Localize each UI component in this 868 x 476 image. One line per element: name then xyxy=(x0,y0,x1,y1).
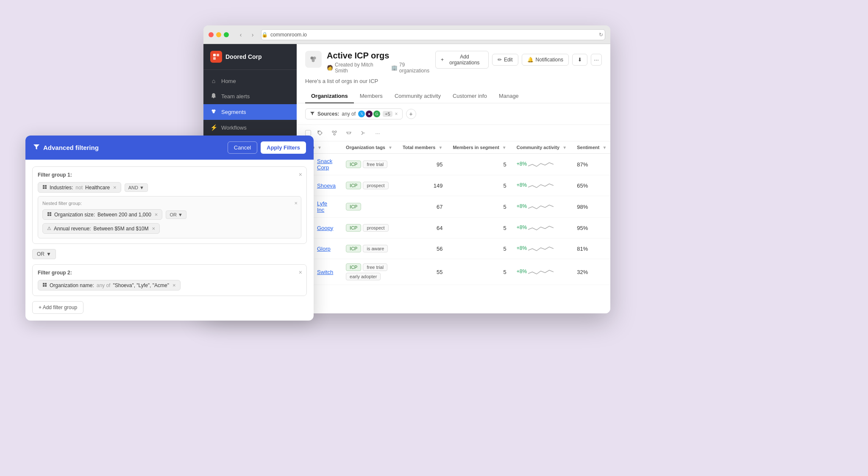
sentiment-sort-icon: ▼ xyxy=(602,145,606,150)
sidebar-item-segments[interactable]: Segments xyxy=(203,104,297,120)
svg-point-14 xyxy=(334,133,335,135)
tab-manage[interactable]: Manage xyxy=(493,89,525,103)
members-in-segment-cell: 5 xyxy=(448,238,511,259)
org-name[interactable]: Glorp xyxy=(317,246,331,252)
org-size-chip-icon xyxy=(47,212,52,217)
sidebar-item-team-alerts[interactable]: Team alerts xyxy=(203,89,297,104)
or-nested-operator-badge[interactable]: OR ▼ xyxy=(166,210,186,219)
apply-filters-button[interactable]: Apply Filters xyxy=(261,141,306,154)
and-operator-badge[interactable]: AND ▼ xyxy=(125,183,148,192)
activity-change: +8% xyxy=(517,224,527,230)
merge-toolbar-icon[interactable] xyxy=(358,127,369,138)
svg-rect-0 xyxy=(213,54,216,56)
more-toolbar-icon[interactable]: ··· xyxy=(372,127,383,138)
page-title-area: Active ICP orgs 🧑 Created by Mitch Smith… xyxy=(305,51,435,74)
advanced-filter-modal: Advanced filtering Cancel Apply Filters … xyxy=(25,136,314,321)
browser-chrome: ‹ › 🔒 commonroom.io ↻ xyxy=(203,25,610,44)
more-options-button[interactable]: ··· xyxy=(591,54,602,66)
col-members-in-segment[interactable]: Members in segment ▼ xyxy=(448,141,511,154)
col-community-activity[interactable]: Community activity ▼ xyxy=(512,141,572,154)
between-groups-operator[interactable]: OR ▼ xyxy=(32,249,56,259)
and-chevron-icon: ▼ xyxy=(139,185,144,190)
download-button[interactable]: ⬇ xyxy=(572,54,587,66)
col-total-members[interactable]: Total members ▼ xyxy=(398,141,448,154)
industries-qualifier: not xyxy=(75,185,83,191)
tab-members[interactable]: Members xyxy=(354,89,389,103)
sources-filter[interactable]: Sources: any of 𝕏 ● G +5 × xyxy=(305,108,403,119)
tag-toolbar-icon[interactable] xyxy=(314,127,326,138)
group-toolbar-icon[interactable] xyxy=(329,127,340,138)
industries-chip-close-icon[interactable]: × xyxy=(113,184,117,191)
org-size-close-icon[interactable]: × xyxy=(155,211,158,218)
org-name[interactable]: Switch xyxy=(317,269,333,275)
col-org-tags[interactable]: Organization tags ▼ xyxy=(341,141,398,154)
tag-badge: ICP xyxy=(346,263,361,271)
notifications-label: Notifications xyxy=(536,57,563,63)
org-name-filter-chip: Organization name: any of "Shoeva", "Lyf… xyxy=(38,280,181,291)
nested-group-close-icon[interactable]: × xyxy=(294,200,298,206)
sidebar-item-home[interactable]: ⌂ Home xyxy=(203,73,297,89)
community-activity-cell: +8% xyxy=(512,259,572,285)
main-content: Active ICP orgs 🧑 Created by Mitch Smith… xyxy=(297,44,610,313)
creator-avatar-icon: 🧑 xyxy=(327,65,333,71)
lock-icon: 🔒 xyxy=(262,32,268,38)
community-activity-cell: +8% xyxy=(512,175,572,196)
tag-badge: ICP xyxy=(346,182,361,189)
svg-rect-24 xyxy=(45,283,47,285)
edit-button[interactable]: ✏ Edit xyxy=(492,54,518,66)
brand-icon xyxy=(210,51,222,63)
tab-organizations[interactable]: Organizations xyxy=(305,89,354,103)
label-toolbar-icon[interactable] xyxy=(343,127,354,138)
tab-community-activity[interactable]: Community activity xyxy=(389,89,447,103)
add-filter-group-button[interactable]: + Add filter group xyxy=(32,301,83,314)
total-members-cell: 56 xyxy=(398,238,448,259)
add-filter-button[interactable]: + xyxy=(406,109,416,119)
filter-group-1: × Filter group 1: Industries: not Health… xyxy=(32,166,307,244)
sidebar-item-workflows[interactable]: ⚡ Workflows xyxy=(203,120,297,135)
filter-group-2: × Filter group 2: Organization name: any… xyxy=(32,264,307,296)
close-traffic-light[interactable] xyxy=(209,32,214,37)
filter-group-1-close-icon[interactable]: × xyxy=(299,171,302,178)
back-button[interactable]: ‹ xyxy=(236,30,246,40)
filter-group-2-close-icon[interactable]: × xyxy=(299,269,302,276)
minimize-traffic-light[interactable] xyxy=(216,32,221,37)
cancel-button[interactable]: Cancel xyxy=(228,141,257,154)
org-name-close-icon[interactable]: × xyxy=(172,282,176,288)
tab-customer-info[interactable]: Customer info xyxy=(447,89,493,103)
sentiment-cell: 81% xyxy=(572,238,610,259)
modal-title-area: Advanced filtering xyxy=(33,144,99,152)
svg-point-13 xyxy=(335,131,337,133)
page-title: Active ICP orgs xyxy=(327,51,435,61)
nested-filter-row: Organization size: Between 200 and 1,000… xyxy=(42,209,297,234)
tags-cell: ICPis aware xyxy=(346,245,392,252)
notifications-button[interactable]: 🔔 Notifications xyxy=(522,54,569,66)
forward-button[interactable]: › xyxy=(248,30,258,40)
org-name[interactable]: Snack Corp xyxy=(317,158,336,171)
org-name[interactable]: Lyfe Inc xyxy=(317,200,336,213)
org-count-label: 79 organizations xyxy=(399,62,435,74)
activity-change: +8% xyxy=(517,245,527,251)
tags-cell: ICPprospect xyxy=(346,224,392,232)
svg-rect-2 xyxy=(213,57,216,60)
svg-rect-15 xyxy=(43,185,45,187)
sources-close-icon[interactable]: × xyxy=(395,111,398,117)
filter-group-2-row: Organization name: any of "Shoeva", "Lyf… xyxy=(38,280,301,291)
svg-point-11 xyxy=(318,131,320,133)
add-organizations-button[interactable]: + Add organizations xyxy=(435,51,489,69)
maximize-traffic-light[interactable] xyxy=(224,32,229,37)
svg-rect-21 xyxy=(47,214,49,216)
org-name[interactable]: Goopy xyxy=(317,225,333,231)
members-in-segment-cell: 5 xyxy=(448,175,511,196)
total-members-cell: 67 xyxy=(398,196,448,218)
twitter-icon: 𝕏 xyxy=(358,111,365,117)
revenue-close-icon[interactable]: × xyxy=(152,225,156,232)
org-name[interactable]: Shoeva xyxy=(317,183,336,189)
select-all-checkbox[interactable] xyxy=(305,130,311,136)
table-row: 📦 Goopy ICPprospect645 +8% 95% xyxy=(297,218,610,238)
creator-label: Created by Mitch Smith xyxy=(335,62,386,74)
col-sentiment[interactable]: Sentiment ▼ xyxy=(572,141,610,154)
total-members-cell: 64 xyxy=(398,218,448,238)
sidebar-item-home-label: Home xyxy=(221,78,236,84)
activity-change: +8% xyxy=(517,268,527,274)
address-bar[interactable]: 🔒 commonroom.io ↻ xyxy=(261,29,605,40)
